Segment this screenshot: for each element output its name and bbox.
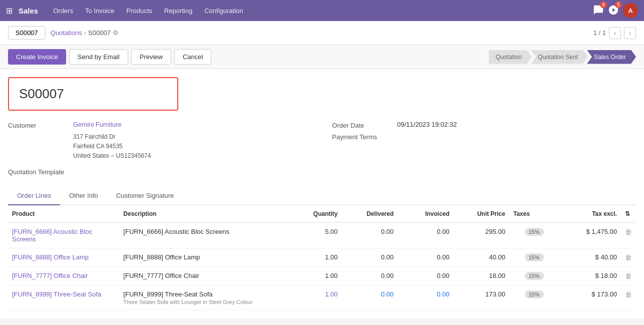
- payment-terms-label: Payment Terms: [332, 132, 397, 141]
- order-id-box: S00007: [8, 77, 178, 111]
- cell-taxes[interactable]: 15%: [509, 285, 559, 310]
- cell-taxes[interactable]: 15%: [509, 222, 559, 248]
- customer-value[interactable]: Gemini Furniture: [73, 121, 122, 128]
- settings-icon[interactable]: ⚙: [113, 29, 119, 37]
- delete-icon[interactable]: 🗑: [625, 290, 632, 298]
- col-header-invoiced: Invoiced: [398, 205, 454, 223]
- pipeline-quotation-sent[interactable]: Quotation Sent: [531, 50, 588, 64]
- col-header-tax-excl: Tax excl.: [559, 205, 621, 223]
- record-nav-count: 1 / 1: [593, 29, 606, 37]
- delete-icon[interactable]: 🗑: [625, 228, 632, 236]
- cell-product[interactable]: [FURN_8888] Office Lamp: [8, 248, 119, 266]
- send-by-email-button[interactable]: Send by Email: [69, 49, 128, 65]
- tab-customer-signature[interactable]: Customer Signature: [107, 187, 183, 205]
- reorder-icon[interactable]: ⇅: [625, 210, 630, 217]
- nav-links: Orders To Invoice Products Reporting Con…: [48, 4, 593, 18]
- form-col-right: Order Date 09/11/2023 19:02:32 Payment T…: [332, 121, 636, 179]
- delete-icon[interactable]: 🗑: [625, 253, 632, 261]
- customer-label: Customer: [8, 121, 73, 129]
- cell-quantity[interactable]: 1.00: [292, 285, 342, 310]
- table-row: [FURN_8888] Office Lamp [FURN_8888] Offi…: [8, 248, 636, 266]
- cell-tax-excl: $ 173.00: [559, 285, 621, 310]
- cancel-button[interactable]: Cancel: [174, 49, 211, 65]
- action-bar: Create Invoice Send by Email Preview Can…: [0, 45, 644, 69]
- tab-other-info[interactable]: Other Info: [60, 187, 107, 205]
- desc-main: [FURN_8888] Office Lamp: [123, 253, 288, 261]
- delete-icon[interactable]: 🗑: [625, 272, 632, 280]
- col-header-taxes: Taxes: [509, 205, 559, 223]
- col-header-actions: ⇅: [621, 205, 636, 223]
- cell-product[interactable]: [FURN_8999] Three-Seat Sofa: [8, 285, 119, 310]
- pipeline-sales-order[interactable]: Sales Order: [587, 50, 636, 64]
- top-nav: ⊞ Sales Orders To Invoice Products Repor…: [0, 0, 644, 21]
- record-nav: 1 / 1 ‹ ›: [593, 27, 636, 39]
- col-header-quantity: Quantity: [292, 205, 342, 223]
- activity-icon[interactable]: 5: [608, 5, 619, 17]
- desc-main: [FURN_7777] Office Chair: [123, 272, 288, 279]
- prev-record-button[interactable]: ‹: [609, 27, 621, 39]
- nav-orders[interactable]: Orders: [48, 4, 78, 18]
- action-buttons: Create Invoice Send by Email Preview Can…: [8, 49, 211, 65]
- app-name[interactable]: Sales: [19, 7, 38, 15]
- nav-products[interactable]: Products: [121, 4, 157, 18]
- nav-to-invoice[interactable]: To Invoice: [80, 4, 120, 18]
- order-table: Product Description Quantity Delivered I…: [8, 205, 636, 310]
- pipeline-quotation[interactable]: Quotation: [489, 50, 532, 64]
- nav-configuration[interactable]: Configuration: [199, 4, 248, 18]
- nav-reporting[interactable]: Reporting: [159, 4, 197, 18]
- cell-product[interactable]: [FURN_7777] Office Chair: [8, 266, 119, 285]
- tab-order-lines[interactable]: Order Lines: [8, 187, 60, 205]
- cell-quantity[interactable]: 5.00: [292, 222, 342, 248]
- new-button[interactable]: S00007: [8, 26, 46, 40]
- table-row: [FURN_6666] Acoustic Bloc Screens [FURN_…: [8, 222, 636, 248]
- messages-icon[interactable]: 4: [593, 5, 604, 17]
- cell-delete[interactable]: 🗑: [621, 222, 636, 248]
- next-record-button[interactable]: ›: [624, 27, 636, 39]
- cell-description: [FURN_7777] Office Chair: [119, 266, 292, 285]
- cell-unit-price[interactable]: 18.00: [454, 266, 509, 285]
- cell-taxes[interactable]: 15%: [509, 248, 559, 266]
- user-avatar[interactable]: A: [623, 3, 638, 18]
- cell-delete[interactable]: 🗑: [621, 285, 636, 310]
- cell-delivered: 0.00: [342, 248, 398, 266]
- main-content: S00007 Customer Gemini Furniture 317 Fai…: [0, 69, 644, 318]
- cell-taxes[interactable]: 15%: [509, 266, 559, 285]
- order-date-group: Order Date 09/11/2023 19:02:32: [332, 121, 636, 129]
- cell-unit-price[interactable]: 295.00: [454, 222, 509, 248]
- cell-invoiced: 0.00: [398, 285, 454, 310]
- customer-group: Customer Gemini Furniture: [8, 121, 312, 129]
- create-invoice-button[interactable]: Create Invoice: [8, 49, 66, 65]
- order-date-value: 09/11/2023 19:02:32: [397, 121, 457, 128]
- cell-unit-price[interactable]: 173.00: [454, 285, 509, 310]
- breadcrumb-parent[interactable]: Quotations: [51, 29, 82, 37]
- table-row: [FURN_7777] Office Chair [FURN_7777] Off…: [8, 266, 636, 285]
- cell-delete[interactable]: 🗑: [621, 266, 636, 285]
- col-header-unit-price: Unit Price: [454, 205, 509, 223]
- cell-quantity[interactable]: 1.00: [292, 266, 342, 285]
- cell-unit-price[interactable]: 40.00: [454, 248, 509, 266]
- col-header-description: Description: [119, 205, 292, 223]
- cell-invoiced: 0.00: [398, 248, 454, 266]
- breadcrumb-current-label: S00007: [88, 29, 111, 37]
- cell-quantity[interactable]: 1.00: [292, 248, 342, 266]
- breadcrumb-separator: ›: [84, 29, 86, 37]
- address-line3: United States – US12345674: [73, 151, 312, 161]
- activity-count: 5: [615, 2, 622, 8]
- app-grid-icon[interactable]: ⊞: [6, 6, 13, 16]
- cell-delivered: 0.00: [342, 222, 398, 248]
- address-line2: Fairfield CA 94535: [73, 142, 312, 151]
- breadcrumb-bar: S00007 Quotations › S00007 ⚙ 1 / 1 ‹ ›: [0, 21, 644, 45]
- quotation-template-label: Quotation Template: [8, 167, 73, 176]
- cell-invoiced: 0.00: [398, 222, 454, 248]
- cell-delete[interactable]: 🗑: [621, 248, 636, 266]
- cell-tax-excl: $ 18.00: [559, 266, 621, 285]
- cell-description: [FURN_6666] Acoustic Bloc Screens: [119, 222, 292, 248]
- form-col-left: Customer Gemini Furniture 317 Fairchild …: [8, 121, 312, 179]
- preview-button[interactable]: Preview: [131, 49, 171, 65]
- cell-delivered: 0.00: [342, 285, 398, 310]
- breadcrumb-left: S00007 Quotations › S00007 ⚙: [8, 26, 119, 40]
- col-header-product: Product: [8, 205, 119, 223]
- cell-description: [FURN_8999] Three-Seat Sofa Three Seater…: [119, 285, 292, 310]
- desc-main: [FURN_6666] Acoustic Bloc Screens: [123, 228, 288, 235]
- cell-product[interactable]: [FURN_6666] Acoustic Bloc Screens: [8, 222, 119, 248]
